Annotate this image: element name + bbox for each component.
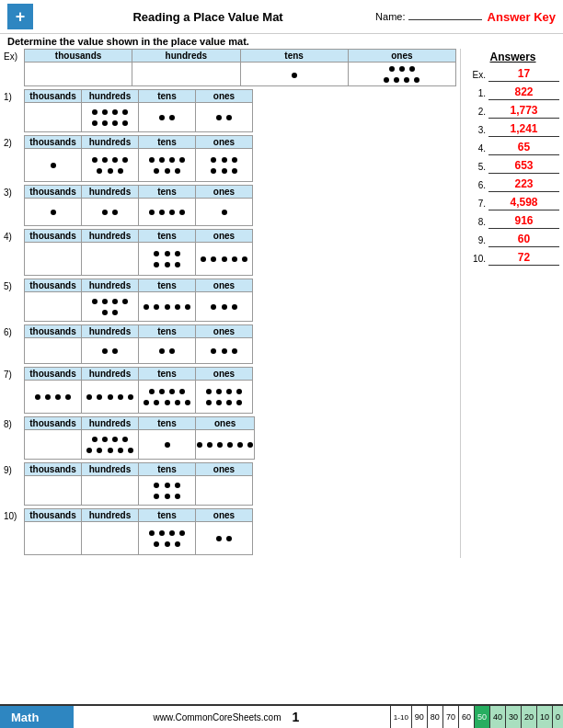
answer-line-2: 1,773	[488, 104, 559, 119]
problem-num-10: 10)	[4, 508, 24, 521]
example-row: Ex) thousands hundreds tens ones	[4, 49, 456, 86]
answer-row-3: 3. 1,241	[466, 122, 559, 137]
answer-line-ex: 17	[488, 67, 559, 82]
score-70: 70	[442, 706, 458, 728]
header-name-label: Name:	[375, 11, 481, 22]
problem-row-9: 9) thousands hundreds tens ones	[4, 462, 456, 506]
footer-scores: 1-10 90 80 70 60 50 40 30 20 10 0	[390, 706, 563, 728]
footer-page: 1	[292, 710, 299, 724]
score-30: 30	[505, 706, 521, 728]
answer-row-5: 5. 653	[466, 159, 559, 174]
score-60: 60	[458, 706, 474, 728]
answer-value-8: 916	[514, 214, 533, 227]
example-table: thousands hundreds tens ones	[24, 49, 456, 86]
header-icon: +	[7, 4, 33, 29]
problem-row-6: 6) thousands hundreds tens ones	[4, 324, 456, 364]
answer-value-2: 1,773	[510, 104, 537, 117]
answer-line-4: 65	[488, 141, 559, 155]
score-label: 1-10	[390, 706, 411, 728]
answer-label-6: 6.	[466, 180, 488, 190]
problem-table-2: thousands hundreds tens ones	[24, 135, 253, 182]
answer-value-ex: 17	[518, 67, 530, 80]
answer-value-6: 223	[514, 177, 533, 190]
score-80: 80	[427, 706, 442, 728]
problem-num-3: 3)	[4, 185, 24, 198]
problem-num-8: 8)	[4, 416, 24, 429]
answer-value-5: 653	[514, 159, 533, 172]
problem-row-7: 7) thousands hundreds tens ones	[4, 367, 456, 414]
answer-value-3: 1,241	[510, 122, 537, 135]
instructions: Determine the value shown in the place v…	[0, 34, 563, 49]
answer-label-10: 10.	[466, 254, 488, 264]
score-10: 10	[536, 706, 552, 728]
problem-table-6: thousands hundreds tens ones	[24, 324, 253, 364]
answer-label-ex: Ex.	[466, 70, 488, 80]
answer-label-9: 9.	[466, 235, 488, 245]
answer-label-5: 5.	[466, 162, 488, 172]
problem-table-5: thousands hundreds tens ones	[24, 279, 253, 322]
answer-label-8: 8.	[466, 217, 488, 227]
answer-value-9: 60	[518, 233, 530, 245]
answer-row-1: 1. 822	[466, 85, 559, 100]
answer-value-7: 4,598	[510, 196, 537, 209]
answer-row-10: 10. 72	[466, 251, 559, 266]
problem-table-10: thousands hundreds tens ones	[24, 508, 253, 555]
problem-table-9: thousands hundreds tens ones	[24, 462, 253, 506]
answer-value-1: 822	[514, 85, 533, 98]
footer-center: www.CommonCoreSheets.com 1	[74, 706, 390, 728]
problem-num-2: 2)	[4, 135, 24, 148]
problem-row-10: 10) thousands hundreds tens ones	[4, 508, 456, 555]
score-90: 90	[411, 706, 427, 728]
problem-row-3: 3) thousands hundreds tens ones	[4, 185, 456, 226]
answer-line-7: 4,598	[488, 196, 559, 210]
problem-num-5: 5)	[4, 279, 24, 291]
problem-num-9: 9)	[4, 462, 24, 475]
answer-label-1: 1.	[466, 88, 488, 98]
answer-key-label: Answer Key	[488, 10, 556, 24]
answer-row-6: 6. 223	[466, 177, 559, 192]
answer-line-3: 1,241	[488, 122, 559, 137]
answer-row-8: 8. 916	[466, 214, 559, 229]
answer-label-2: 2.	[466, 107, 488, 117]
answer-value-4: 65	[518, 141, 530, 154]
footer-website: www.CommonCoreSheets.com	[154, 712, 282, 722]
answer-line-5: 653	[488, 159, 559, 174]
problem-table-8: thousands hundreds tens ones	[24, 416, 255, 460]
problem-table-1: thousands hundreds tens ones	[24, 89, 253, 132]
problem-row-8: 8) thousands hundreds tens ones	[4, 416, 456, 460]
answer-value-10: 72	[518, 251, 530, 264]
answer-line-8: 916	[488, 214, 559, 229]
answers-panel: Answers Ex. 17 1. 822 2. 1,773 3. 1,241	[460, 49, 559, 558]
answer-line-1: 822	[488, 85, 559, 100]
answer-line-9: 60	[488, 233, 559, 247]
problem-row-5: 5) thousands hundreds tens ones	[4, 279, 456, 322]
problem-num-7: 7)	[4, 367, 24, 380]
answer-row-ex: Ex. 17	[466, 67, 559, 82]
header: + Reading a Place Value Mat Name: Answer…	[0, 0, 563, 34]
problem-table-3: thousands hundreds tens ones	[24, 185, 253, 226]
score-20: 20	[521, 706, 536, 728]
footer: Math www.CommonCoreSheets.com 1 1-10 90 …	[0, 704, 563, 728]
example-label: Ex)	[4, 49, 24, 62]
answer-row-9: 9. 60	[466, 233, 559, 247]
answer-label-4: 4.	[466, 143, 488, 154]
problem-table-7: thousands hundreds tens ones	[24, 367, 253, 414]
problem-table-4: thousands hundreds tens ones	[24, 229, 253, 276]
answer-row-4: 4. 65	[466, 141, 559, 155]
problem-num-1: 1)	[4, 89, 24, 102]
problem-num-6: 6)	[4, 324, 24, 337]
score-0: 0	[552, 706, 563, 728]
answer-line-6: 223	[488, 177, 559, 192]
answer-label-7: 7.	[466, 199, 488, 209]
answers-title: Answers	[466, 51, 559, 63]
header-title: Reading a Place Value Mat	[40, 10, 375, 24]
answer-label-3: 3.	[466, 125, 488, 135]
answer-row-2: 2. 1,773	[466, 104, 559, 119]
problem-row-2: 2) thousands hundreds tens ones	[4, 135, 456, 182]
problem-row-1: 1) thousands hundreds tens ones	[4, 89, 456, 132]
problems-area: Ex) thousands hundreds tens ones	[4, 49, 460, 558]
footer-subject: Math	[0, 706, 74, 728]
score-40: 40	[489, 706, 505, 728]
problem-num-4: 4)	[4, 229, 24, 242]
score-50: 50	[474, 706, 489, 728]
